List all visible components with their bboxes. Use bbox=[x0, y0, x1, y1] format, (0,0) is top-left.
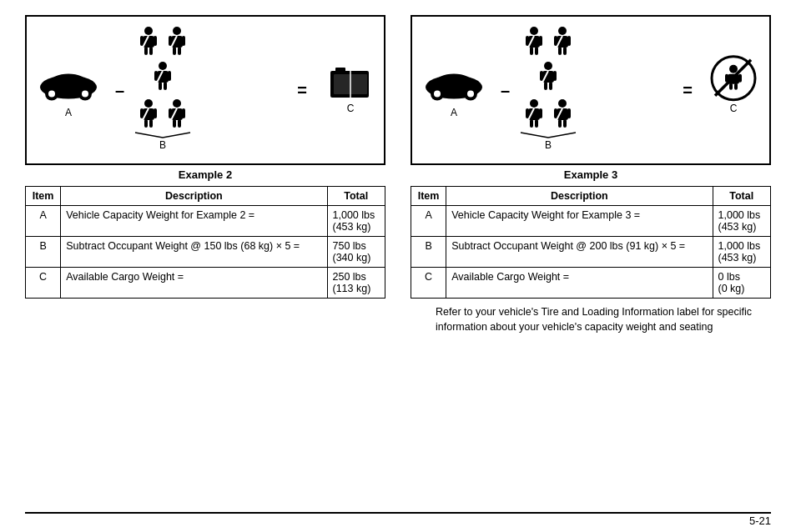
row-description: Subtract Occupant Weight @ 150 lbs (68 k… bbox=[61, 237, 327, 268]
table-row: A Vehicle Capacity Weight for Example 2 … bbox=[26, 206, 385, 237]
svg-rect-42 bbox=[335, 68, 345, 74]
example2-table: Item Description Total A Vehicle Capacit… bbox=[25, 186, 385, 299]
example2-col-total: Total bbox=[327, 187, 385, 206]
svg-rect-60 bbox=[554, 36, 557, 46]
svg-point-6 bbox=[144, 27, 153, 35]
svg-rect-54 bbox=[539, 36, 542, 46]
svg-rect-38 bbox=[173, 119, 176, 128]
svg-rect-70 bbox=[549, 82, 552, 90]
label-a-ex2: A bbox=[38, 107, 98, 118]
svg-rect-18 bbox=[178, 47, 181, 55]
row-description: Available Cargo Weight = bbox=[61, 268, 327, 299]
svg-rect-92 bbox=[734, 83, 738, 90]
minus-ex3: – bbox=[501, 81, 510, 100]
svg-rect-23 bbox=[168, 71, 171, 81]
svg-rect-68 bbox=[553, 71, 557, 81]
svg-rect-69 bbox=[544, 82, 547, 90]
row-total: 0 lbs(0 kg) bbox=[713, 268, 771, 299]
svg-point-72 bbox=[530, 99, 538, 108]
note-text: Refer to your vehicle's Tire and Loading… bbox=[436, 305, 771, 334]
example3-col-total: Total bbox=[713, 187, 771, 206]
row-total: 1,000 lbs(453 kg) bbox=[713, 237, 771, 268]
row-total: 1,000 lbs(453 kg) bbox=[327, 206, 385, 237]
table-row: A Vehicle Capacity Weight for Example 3 … bbox=[411, 206, 771, 237]
svg-point-50 bbox=[467, 91, 474, 98]
table-row: C Available Cargo Weight = 0 lbs(0 kg) bbox=[411, 268, 771, 299]
person-icon-1-ex2 bbox=[137, 25, 160, 57]
svg-point-58 bbox=[558, 27, 567, 35]
svg-point-13 bbox=[173, 27, 181, 35]
svg-rect-90 bbox=[738, 74, 742, 83]
person-icon-2-ex3 bbox=[551, 25, 574, 57]
svg-rect-53 bbox=[526, 36, 529, 46]
svg-point-51 bbox=[530, 27, 538, 35]
person-icon-4-ex3 bbox=[522, 98, 546, 129]
row-total: 750 lbs(340 kg) bbox=[327, 237, 385, 268]
svg-point-20 bbox=[159, 62, 167, 70]
svg-point-87 bbox=[729, 65, 738, 73]
car-icon-ex2 bbox=[38, 63, 98, 103]
svg-rect-81 bbox=[554, 108, 557, 118]
svg-rect-17 bbox=[173, 47, 176, 55]
svg-rect-84 bbox=[563, 119, 567, 128]
svg-rect-29 bbox=[140, 108, 144, 118]
row-total: 250 lbs(113 kg) bbox=[327, 268, 385, 299]
svg-rect-31 bbox=[144, 119, 148, 128]
example2-diagram-box: A – bbox=[25, 15, 385, 165]
person-icon-2-ex2 bbox=[165, 25, 189, 57]
svg-rect-24 bbox=[159, 82, 162, 90]
bottom-divider bbox=[25, 512, 771, 514]
svg-rect-11 bbox=[149, 47, 153, 55]
row-item: C bbox=[26, 268, 61, 299]
b-label-ex2: B bbox=[159, 139, 166, 151]
person-icon-5-ex3 bbox=[551, 98, 574, 129]
example3-table: Item Description Total A Vehicle Capacit… bbox=[411, 186, 771, 299]
svg-rect-76 bbox=[530, 119, 533, 128]
svg-point-4 bbox=[48, 91, 55, 98]
svg-rect-61 bbox=[567, 36, 571, 46]
svg-point-46 bbox=[436, 74, 472, 91]
svg-rect-36 bbox=[169, 108, 172, 118]
svg-rect-16 bbox=[182, 36, 185, 46]
row-item: C bbox=[411, 268, 446, 299]
svg-rect-74 bbox=[526, 108, 529, 118]
svg-rect-8 bbox=[140, 36, 144, 46]
example3-table-block: Item Description Total A Vehicle Capacit… bbox=[411, 186, 771, 334]
svg-point-65 bbox=[544, 62, 552, 70]
person-icon-5-ex2 bbox=[165, 98, 189, 129]
person-icon-3-ex3 bbox=[537, 60, 560, 92]
equals-ex2: = bbox=[297, 81, 307, 100]
row-total: 1,000 lbs(453 kg) bbox=[713, 206, 771, 237]
svg-rect-37 bbox=[182, 108, 185, 118]
example3-title: Example 3 bbox=[411, 168, 771, 181]
example2-table-block: Item Description Total A Vehicle Capacit… bbox=[25, 186, 385, 334]
svg-point-79 bbox=[558, 99, 567, 108]
svg-rect-91 bbox=[729, 83, 733, 90]
table-row: C Available Cargo Weight = 250 lbs(113 k… bbox=[26, 268, 385, 299]
svg-rect-62 bbox=[558, 47, 562, 55]
row-item: B bbox=[26, 237, 61, 268]
row-description: Available Cargo Weight = bbox=[446, 268, 713, 299]
svg-rect-56 bbox=[535, 47, 538, 55]
example3-col-description: Description bbox=[446, 187, 713, 206]
svg-rect-77 bbox=[535, 119, 538, 128]
table-row: B Subtract Occupant Weight @ 200 lbs (91… bbox=[411, 237, 771, 268]
c-label-ex2: C bbox=[347, 103, 355, 114]
svg-point-27 bbox=[144, 99, 153, 108]
example2-col-item: Item bbox=[26, 187, 61, 206]
person-icon-4-ex2 bbox=[137, 98, 160, 129]
svg-point-49 bbox=[434, 91, 441, 98]
example3-col-item: Item bbox=[411, 187, 446, 206]
row-item: A bbox=[411, 206, 446, 237]
c-label-ex3: C bbox=[730, 103, 738, 114]
equals-ex3: = bbox=[683, 81, 693, 100]
example2-title: Example 2 bbox=[25, 168, 385, 181]
row-description: Vehicle Capacity Weight for Example 3 = bbox=[446, 206, 713, 237]
example3-diagram-box: A – bbox=[411, 15, 771, 165]
b-brace-ex2 bbox=[134, 131, 192, 139]
svg-rect-22 bbox=[154, 71, 158, 81]
svg-rect-10 bbox=[144, 47, 148, 55]
svg-rect-83 bbox=[558, 119, 562, 128]
row-item: A bbox=[26, 206, 61, 237]
person-icon-1-ex3 bbox=[522, 25, 546, 57]
